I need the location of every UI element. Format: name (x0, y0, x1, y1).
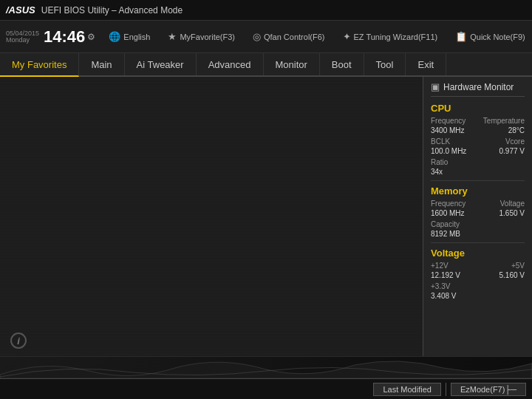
date-display: 05/04/2015 Monday (6, 30, 39, 44)
language-button[interactable]: 🌐 English (104, 30, 154, 44)
v5-value: 5.160 V (499, 271, 525, 279)
cpu-bclk-label: BCLK (431, 137, 450, 146)
cpu-section-title: CPU (431, 103, 525, 114)
cpu-freq-value-row: 3400 MHz 28°C (431, 126, 525, 134)
v33-row: +3.3V (431, 282, 525, 290)
nav-item-myfavorites[interactable]: My Favorites (0, 53, 79, 77)
cpu-bclk-row: BCLK Vcore (431, 137, 525, 146)
cpu-vcore-value: 0.977 V (499, 147, 525, 155)
nav-item-monitor[interactable]: Monitor (264, 53, 320, 75)
mem-capacity-row: Capacity (431, 220, 525, 228)
cpu-freq-value: 3400 MHz (431, 126, 465, 134)
bottom-buttons: Last Modified EzMode(F7)├─ (0, 378, 532, 399)
myfavorite-icon: ★ (168, 31, 177, 42)
mem-capacity-value-row: 8192 MB (431, 230, 525, 238)
cpu-bclk-value-row: 100.0 MHz 0.977 V (431, 147, 525, 155)
cpu-temp-value: 28°C (508, 126, 525, 134)
mem-capacity-value: 8192 MB (431, 230, 460, 238)
mem-freq-label: Frequency (431, 200, 466, 208)
nav-item-boot[interactable]: Boot (320, 53, 364, 75)
time-block: 14:46 ⚙ (44, 29, 95, 45)
nav-item-tool[interactable]: Tool (364, 53, 406, 75)
nav-item-advanced[interactable]: Advanced (197, 53, 264, 75)
language-icon: 🌐 (109, 31, 120, 42)
content-panel: i (0, 77, 423, 356)
nav-item-exit[interactable]: Exit (406, 53, 446, 75)
v12-value-row: 12.192 V 5.160 V (431, 271, 525, 279)
mem-freq-row: Frequency Voltage (431, 200, 525, 208)
nav-item-aitweaker[interactable]: Ai Tweaker (125, 53, 197, 75)
mem-capacity-label: Capacity (431, 220, 460, 228)
ez-mode-button[interactable]: EzMode(F7)├─ (451, 383, 526, 396)
cpu-ratio-value: 34x (431, 168, 443, 176)
hw-monitor-icon: ▣ (431, 81, 440, 92)
qfan-button[interactable]: ◎ Qfan Control(F6) (248, 30, 330, 44)
v12-row: +12V +5V (431, 262, 525, 270)
v5-label: +5V (511, 262, 525, 270)
mem-freq-value-row: 1600 MHz 1.650 V (431, 209, 525, 217)
ez-tuning-button[interactable]: ✦ EZ Tuning Wizard(F11) (338, 30, 443, 44)
hw-monitor-title: Hardware Monitor (443, 82, 514, 92)
last-modified-button[interactable]: Last Modified (373, 383, 440, 396)
bottom-separator (446, 383, 446, 396)
title-text: UEFI BIOS Utility – Advanced Mode (41, 5, 183, 16)
title-bar: /ASUS UEFI BIOS Utility – Advanced Mode (0, 0, 532, 21)
quick-note-icon: 📋 (455, 31, 467, 42)
settings-icon[interactable]: ⚙ (87, 32, 95, 42)
cpu-freq-label: Frequency (431, 117, 466, 125)
bottom-decoration (0, 356, 532, 378)
myfavorite-button[interactable]: ★ MyFavorite(F3) (163, 30, 239, 44)
v33-value: 3.408 V (431, 292, 456, 300)
hw-divider-1 (431, 180, 525, 181)
cpu-ratio-value-row: 34x (431, 168, 525, 176)
nav-item-main[interactable]: Main (79, 53, 124, 75)
cpu-bclk-value: 100.0 MHz (431, 147, 466, 155)
v33-value-row: 3.408 V (431, 292, 525, 300)
hw-monitor-header: ▣ Hardware Monitor (431, 81, 525, 97)
main-area: i ▣ Hardware Monitor CPU Frequency Tempe… (0, 77, 532, 356)
hardware-monitor-panel: ▣ Hardware Monitor CPU Frequency Tempera… (423, 77, 532, 356)
memory-section-title: Memory (431, 185, 525, 197)
mem-voltage-label: Voltage (500, 200, 525, 208)
qfan-icon: ◎ (253, 31, 261, 42)
v12-value: 12.192 V (431, 271, 460, 279)
cpu-vcore-label: Vcore (505, 137, 525, 146)
datetime-block: 05/04/2015 Monday (6, 30, 39, 44)
cpu-ratio-row: Ratio (431, 158, 525, 166)
v12-label: +12V (431, 262, 449, 270)
cpu-freq-row: Frequency Temperature (431, 117, 525, 125)
ez-tuning-icon: ✦ (343, 31, 351, 42)
cpu-temp-label: Temperature (483, 117, 525, 125)
mem-freq-value: 1600 MHz (431, 209, 465, 217)
voltage-section-title: Voltage (431, 248, 525, 259)
toolbar: 05/04/2015 Monday 14:46 ⚙ 🌐 English ★ My… (0, 21, 532, 53)
v33-label: +3.3V (431, 282, 450, 290)
cpu-ratio-label: Ratio (431, 158, 448, 166)
asus-logo: /ASUS (6, 4, 35, 16)
time-display: 14:46 (44, 29, 85, 45)
hw-divider-2 (431, 242, 525, 243)
quick-note-button[interactable]: 📋 Quick Note(F9) (451, 30, 530, 44)
navbar: My Favorites Main Ai Tweaker Advanced Mo… (0, 53, 532, 77)
mem-voltage-value: 1.650 V (499, 209, 525, 217)
info-icon[interactable]: i (10, 332, 27, 349)
